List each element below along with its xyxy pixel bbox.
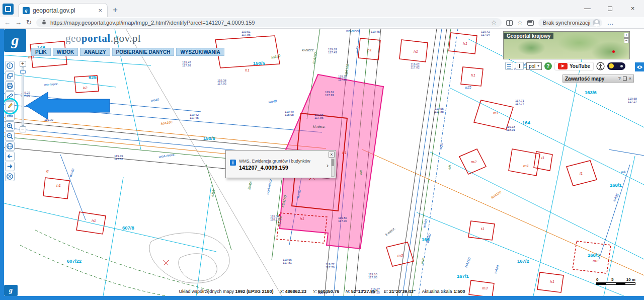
menu-widok[interactable]: WIDOK	[53, 48, 78, 56]
map-label: wA	[621, 170, 626, 174]
youtube-button[interactable]: YouTube	[554, 62, 594, 70]
panel-detach-icon[interactable]	[623, 77, 627, 81]
popup-layer-name: WMS, Ewidencja gruntów i budynków	[239, 159, 324, 164]
collections-icon[interactable]	[527, 20, 534, 26]
print-tool-icon[interactable]	[5, 81, 15, 91]
site-logo[interactable]: geoportal.gov.pl	[65, 32, 141, 45]
map-label: h1	[463, 41, 467, 46]
overview-zoom: + −	[624, 33, 629, 43]
back-icon[interactable]: ←	[4, 19, 11, 26]
next-view-icon[interactable]	[5, 162, 15, 171]
map-label: 119.58117.86	[338, 75, 348, 81]
map-label: h1	[414, 49, 418, 54]
cancel-tool-icon[interactable]	[5, 172, 15, 181]
overview-zoom-in[interactable]: +	[624, 33, 629, 38]
slider-zoom-out[interactable]: −	[20, 126, 26, 132]
url-bar[interactable]: https://mapy.geoportal.gov.pl/imap/Imgp_…	[36, 18, 502, 27]
e-value: 21°20'39.43"	[389, 289, 416, 294]
map-label: 119.56117.86	[314, 113, 324, 119]
browser-navbar: ← → ↻ https://mapy.geoportal.gov.pl/imap…	[0, 17, 644, 29]
full-extent-icon[interactable]	[5, 141, 15, 151]
zoom-in-icon[interactable]	[5, 121, 15, 131]
menu-pobieranie-danych[interactable]: POBIERANIE DANYCH	[112, 48, 175, 56]
select-tool-icon[interactable]	[5, 71, 15, 81]
contrast-toggle[interactable]	[607, 62, 625, 70]
panel-help-icon[interactable]: ?	[618, 76, 621, 81]
measure-tool-icon[interactable]	[5, 91, 15, 101]
map-label: t1	[481, 227, 485, 231]
map-label: m2	[593, 259, 599, 263]
barcode-icon[interactable]	[516, 62, 524, 70]
map-label: h1	[342, 151, 347, 155]
main-menu: PLIK WIDOK ANALIZY POBIERANIE DANYCH WYS…	[31, 48, 224, 56]
map-label: m3	[397, 253, 404, 258]
logo-geo: geo	[65, 32, 82, 44]
layers-visibility-icon[interactable]	[635, 62, 644, 71]
youtube-label: YouTube	[570, 63, 590, 69]
profile-button[interactable]: Brak synchronizacji	[538, 19, 603, 27]
map-label: 119.38117.93	[217, 79, 227, 85]
tab-close-icon[interactable]: ×	[97, 7, 103, 14]
legend-icon[interactable]	[505, 62, 513, 70]
slider-track[interactable]	[22, 67, 24, 126]
popup-scrollbar[interactable]	[331, 159, 335, 177]
xml-tool[interactable]: xml	[5, 111, 15, 121]
geoportal-logo-badge[interactable]: g	[4, 29, 26, 52]
e-label: E:	[384, 289, 388, 294]
scale-bar: 0 5 10 m	[596, 277, 635, 285]
previous-view-icon[interactable]	[5, 152, 15, 161]
panel-close-icon[interactable]: ×	[629, 76, 631, 81]
draw-tool-icon[interactable]	[5, 101, 15, 111]
scale-tick-5: 5	[611, 277, 613, 282]
overview-zoom-out[interactable]: −	[624, 38, 629, 43]
overview-map[interactable]: Geoportal krajowy + −	[503, 31, 630, 59]
map-label: 119.04118.13	[270, 215, 280, 221]
slider-zoom-in[interactable]: +	[20, 61, 26, 67]
map-label: h1	[56, 183, 61, 188]
geoportal-footer-logo[interactable]: g	[4, 285, 18, 296]
browser-logo-icon[interactable]	[3, 4, 14, 15]
map-label: 119.62117.82	[411, 63, 420, 69]
close-button[interactable]: ×	[621, 0, 644, 17]
favorites-icon[interactable]: ☆	[517, 19, 523, 26]
map-label: kl-niecz.	[302, 48, 314, 52]
zoom-out-icon[interactable]	[5, 131, 15, 141]
popup-scroll-thumb[interactable]	[332, 159, 334, 166]
browser-window: g geoportal.gov.pl × + — × ← → ↻ https:/…	[0, 0, 644, 300]
menu-plik[interactable]: PLIK	[31, 48, 51, 56]
map-label: m2	[471, 160, 477, 164]
more-icon[interactable]: …	[607, 19, 613, 26]
slider-handle[interactable]	[20, 70, 26, 73]
map-label: 163/6	[585, 90, 597, 95]
zoom-slider[interactable]: + −	[19, 61, 26, 132]
info-tool-icon[interactable]	[5, 61, 15, 70]
map-label: 117.71117.77	[515, 99, 525, 105]
accessibility-icon[interactable]	[596, 62, 605, 70]
popup-next-icon[interactable]: ›	[327, 162, 329, 169]
map-content-title: Zawartość mapy	[565, 76, 616, 82]
map-label: 119.49118.08	[285, 110, 294, 116]
popup-close-icon[interactable]: ×	[329, 152, 335, 158]
browser-tab[interactable]: g geoportal.gov.pl ×	[18, 3, 108, 17]
new-tab-button[interactable]: +	[113, 6, 118, 14]
maximize-button[interactable]	[599, 0, 621, 17]
map-label: 119.51117.86	[242, 30, 251, 36]
menu-analizy[interactable]: ANALIZY	[80, 48, 110, 56]
sync-status-label: Brak synchronizacji	[543, 20, 591, 26]
map-label: 119.63117.43	[328, 48, 338, 54]
split-screen-icon[interactable]	[506, 20, 513, 26]
add-favorite-icon[interactable]: ☆	[491, 19, 497, 26]
overview-title: Geoportal krajowy	[504, 33, 553, 39]
menu-wyszukiwania[interactable]: WYSZUKIWANIA	[176, 48, 224, 56]
forward-icon[interactable]: →	[15, 19, 22, 26]
minimize-button[interactable]: —	[576, 0, 599, 17]
map-label: 607/22	[67, 258, 82, 264]
help-button[interactable]: ?	[544, 62, 552, 70]
language-select[interactable]: pol ▾	[526, 62, 542, 70]
scale-tick-10: 10 m	[626, 277, 635, 282]
scale-value: 1:500	[454, 289, 465, 294]
map-label: 119.42117.45	[190, 113, 199, 119]
map-label: 119.42117.94	[481, 30, 491, 36]
map-content-panel[interactable]: Zawartość mapy ? ×	[562, 74, 634, 83]
refresh-icon[interactable]: ↻	[26, 19, 32, 26]
